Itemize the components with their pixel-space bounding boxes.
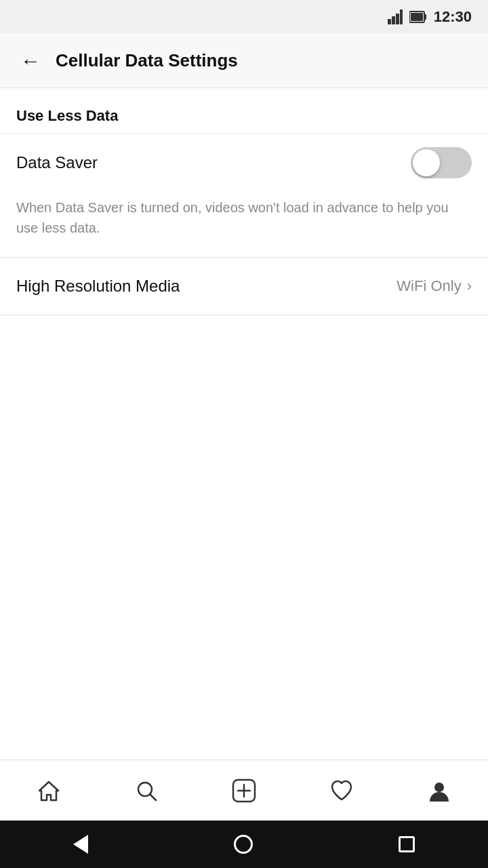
add-icon — [232, 778, 256, 803]
svg-line-8 — [150, 794, 157, 800]
data-saver-toggle[interactable] — [411, 147, 472, 178]
high-resolution-label: High Resolution Media — [16, 277, 180, 296]
high-resolution-value-group: WiFi Only › — [396, 277, 472, 295]
profile-icon — [427, 778, 451, 803]
svg-marker-1 — [392, 16, 395, 24]
nav-add[interactable] — [217, 767, 271, 814]
nav-search[interactable] — [119, 767, 174, 814]
main-content: Use Less Data Data Saver When Data Saver… — [0, 88, 488, 760]
data-saver-row: Data Saver — [0, 133, 488, 192]
status-time: 12:30 — [434, 8, 472, 26]
app-bar: ← Cellular Data Settings — [0, 34, 488, 88]
back-button[interactable]: ← — [14, 44, 47, 78]
section-header-use-less-data: Use Less Data — [0, 88, 488, 133]
high-resolution-row[interactable]: High Resolution Media WiFi Only › — [0, 257, 488, 315]
back-arrow-icon: ← — [20, 50, 41, 73]
signal-icon — [388, 9, 403, 24]
status-bar: 12:30 — [0, 0, 488, 34]
android-recents-button[interactable] — [399, 836, 415, 852]
svg-marker-0 — [388, 19, 391, 24]
android-nav-bar — [0, 821, 488, 868]
svg-rect-5 — [424, 14, 426, 20]
android-recents-icon — [399, 836, 415, 852]
status-icons: 12:30 — [388, 8, 472, 26]
android-home-icon — [234, 835, 253, 854]
svg-marker-2 — [396, 14, 399, 24]
chevron-right-icon: › — [467, 277, 472, 295]
android-back-button[interactable] — [73, 835, 88, 854]
high-resolution-value: WiFi Only — [396, 277, 461, 295]
data-saver-label: Data Saver — [16, 153, 98, 172]
svg-rect-6 — [411, 13, 423, 21]
search-icon — [134, 778, 159, 803]
home-icon — [37, 778, 61, 803]
nav-activity[interactable] — [314, 767, 369, 814]
android-back-icon — [73, 835, 88, 854]
nav-home[interactable] — [22, 767, 76, 814]
page-title: Cellular Data Settings — [56, 50, 238, 71]
nav-profile[interactable] — [412, 767, 466, 814]
android-home-button[interactable] — [234, 835, 253, 854]
bottom-nav — [0, 760, 488, 821]
data-saver-description: When Data Saver is turned on, videos won… — [0, 192, 488, 257]
battery-icon — [409, 9, 427, 24]
toggle-knob — [413, 149, 440, 176]
svg-point-12 — [434, 783, 444, 792]
svg-marker-3 — [400, 9, 403, 24]
heart-icon — [329, 778, 354, 803]
